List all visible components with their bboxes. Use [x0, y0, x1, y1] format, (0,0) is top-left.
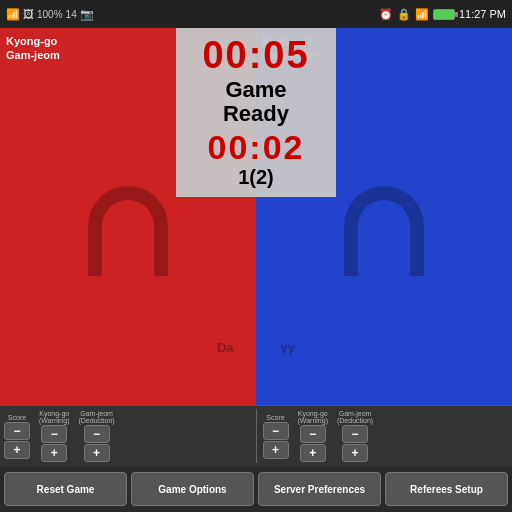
right-warning-minus[interactable]: − — [300, 425, 326, 443]
score-control-row: Score − + Kyong-go(Warning) − + Gam-jeom… — [0, 405, 512, 466]
right-warning-plus[interactable]: + — [300, 444, 326, 462]
controls-area: Score − + Kyong-go(Warning) − + Gam-jeom… — [0, 405, 512, 512]
right-deduction-group: Gam-jeom(Deduction) − + — [337, 410, 373, 462]
left-warning-label: Kyong-go(Warning) — [39, 410, 69, 424]
status-right-icons: ⏰ 🔒 📶 11:27 PM — [379, 8, 506, 21]
right-score-minus[interactable]: − — [263, 422, 289, 440]
right-warning-label: Kyong-go(Warning) — [298, 410, 328, 424]
blue-horseshoe — [344, 186, 424, 276]
status-battery-text: 100% — [37, 9, 63, 20]
timer-sub: 00:02 — [208, 130, 305, 164]
left-score-label: Score — [8, 414, 26, 421]
server-preferences-button[interactable]: Server Preferences — [258, 472, 381, 506]
battery-indicator — [433, 9, 455, 20]
status-bar: 📶 🖼 100% 14 📷 ⏰ 🔒 📶 11:27 PM — [0, 0, 512, 28]
red-horseshoe — [88, 186, 168, 276]
score-panels: Kyong-go Gam-jeom Kyong-go Gam-jeom Da y… — [0, 28, 512, 405]
right-deduction-label: Gam-jeom(Deduction) — [337, 410, 373, 424]
phone-frame: 📶 🖼 100% 14 📷 ⏰ 🔒 📶 11:27 PM Kyong-go Ga… — [0, 0, 512, 512]
game-options-button[interactable]: Game Options — [131, 472, 254, 506]
status-icon-signal: 📶 — [415, 8, 429, 21]
left-score-minus[interactable]: − — [4, 422, 30, 440]
reset-game-button[interactable]: Reset Game — [4, 472, 127, 506]
round-label: 1(2) — [238, 166, 274, 189]
referees-setup-button[interactable]: Referees Setup — [385, 472, 508, 506]
status-icon-sim: 📶 — [6, 8, 20, 21]
status-time: 11:27 PM — [459, 8, 506, 20]
right-score-section: Score − + Kyong-go(Warning) − + Gam-jeom… — [259, 406, 513, 466]
center-divider — [256, 409, 257, 463]
left-score-group: Score − + — [4, 414, 30, 459]
timer-main: 00:05 — [202, 36, 309, 74]
right-warning-group: Kyong-go(Warning) − + — [298, 410, 328, 462]
status-icon-alarm: ⏰ — [379, 8, 393, 21]
center-overlay: 00:05 Game Ready 00:02 1(2) — [176, 28, 336, 197]
day-label: Da yy — [217, 340, 295, 355]
left-score-section: Score − + Kyong-go(Warning) − + Gam-jeom… — [0, 406, 254, 466]
left-deduction-label: Gam-jeom(Deduction) — [78, 410, 114, 424]
right-score-group: Score − + — [263, 414, 289, 459]
status-icon-extra: 📷 — [80, 8, 94, 21]
left-deduction-group: Gam-jeom(Deduction) − + — [78, 410, 114, 462]
left-deduction-minus[interactable]: − — [84, 425, 110, 443]
right-score-label: Score — [266, 414, 284, 421]
status-left-icons: 📶 🖼 100% 14 📷 — [6, 8, 94, 21]
right-deduction-minus[interactable]: − — [342, 425, 368, 443]
status-icon-lock: 🔒 — [397, 8, 411, 21]
right-score-plus[interactable]: + — [263, 441, 289, 459]
left-warning-plus[interactable]: + — [41, 444, 67, 462]
left-warning-group: Kyong-go(Warning) − + — [39, 410, 69, 462]
left-warning-minus[interactable]: − — [41, 425, 67, 443]
status-icon-num: 14 — [66, 9, 77, 20]
left-score-plus[interactable]: + — [4, 441, 30, 459]
bottom-buttons: Reset Game Game Options Server Preferenc… — [0, 466, 512, 512]
game-status: Game Ready — [223, 78, 289, 126]
game-area: Kyong-go Gam-jeom Kyong-go Gam-jeom Da y… — [0, 28, 512, 512]
status-line2: Ready — [223, 101, 289, 126]
status-icon-img: 🖼 — [23, 8, 34, 20]
left-deduction-plus[interactable]: + — [84, 444, 110, 462]
status-line1: Game — [225, 77, 286, 102]
right-deduction-plus[interactable]: + — [342, 444, 368, 462]
